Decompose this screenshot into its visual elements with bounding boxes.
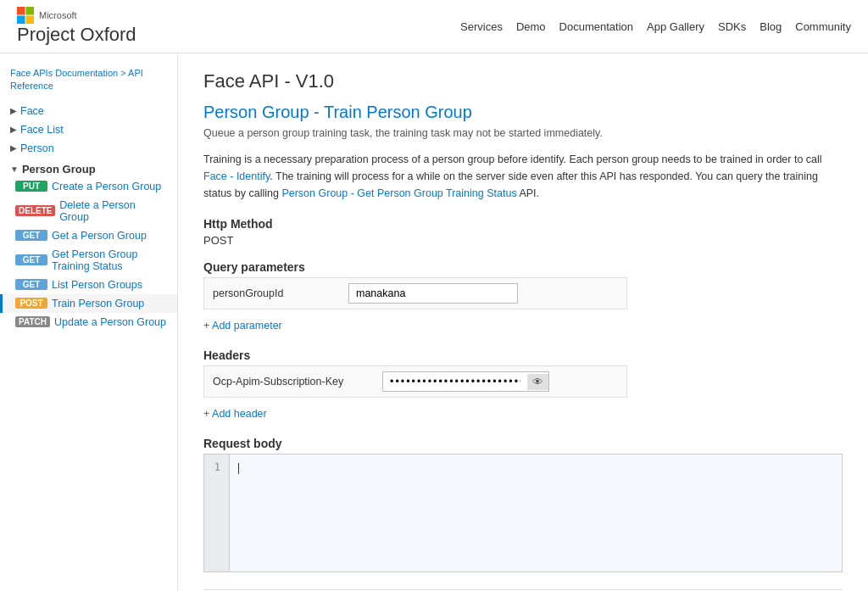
nav-services[interactable]: Services: [460, 20, 503, 33]
list-person-groups-label: List Person Groups: [52, 279, 142, 291]
header-name-label: Ocp-Apim-Subscription-Key: [213, 376, 382, 387]
patch-badge-update: PATCH: [15, 316, 50, 327]
headers-label: Headers: [203, 348, 843, 362]
person-arrow-icon: ▶: [10, 143, 17, 153]
description-text-1: Training is a necessary preparation proc…: [203, 153, 822, 165]
sidebar-breadcrumb: Face APIs Documentation > API Reference: [0, 62, 177, 102]
face-identify-link[interactable]: Face - Identify: [203, 170, 270, 182]
nav-community[interactable]: Community: [795, 20, 851, 33]
svg-rect-0: [17, 7, 25, 15]
sidebar-item-face[interactable]: ▶ Face: [0, 102, 177, 120]
sidebar-item-delete-person-group[interactable]: DELETE Delete a Person Group: [0, 196, 177, 226]
get-badge-training: GET: [15, 254, 47, 265]
put-badge-create: PUT: [15, 181, 47, 192]
sidebar-item-face-list-label: Face List: [20, 124, 64, 136]
person-group-arrow-icon: ▼: [10, 164, 19, 174]
microsoft-logo-icon: [17, 7, 34, 24]
sidebar-group-person-group[interactable]: ▼ Person Group: [0, 158, 177, 177]
description: Training is a necessary preparation proc…: [203, 151, 843, 202]
http-method-label: Http Method: [203, 217, 843, 231]
sidebar-item-get-person-group[interactable]: GET Get a Person Group: [0, 226, 177, 245]
sidebar-item-create-person-group[interactable]: PUT Create a Person Group: [0, 177, 177, 196]
sidebar-item-person-label: Person: [20, 142, 54, 154]
toggle-visibility-button[interactable]: 👁: [527, 374, 548, 390]
add-header-link[interactable]: + Add header: [203, 408, 267, 420]
ms-label: Microsoft: [39, 10, 77, 20]
http-method-value: POST: [203, 234, 843, 247]
face-arrow-icon: ▶: [10, 106, 17, 115]
delete-person-group-label: Delete a Person Group: [59, 199, 167, 223]
layout: Face APIs Documentation > API Reference …: [0, 53, 868, 591]
sidebar-item-get-training-status[interactable]: GET Get Person Group Training Status: [0, 245, 177, 276]
code-area[interactable]: [230, 454, 842, 571]
topbar: Microsoft Project Oxford Services Demo D…: [0, 0, 868, 53]
main-content: Face API - V1.0 Person Group - Train Per…: [178, 53, 868, 591]
nav-demo[interactable]: Demo: [516, 20, 546, 33]
create-person-group-label: Create a Person Group: [52, 181, 161, 192]
headers-section: Headers Ocp-Apim-Subscription-Key 👁 + Ad…: [203, 348, 843, 420]
post-badge-train: POST: [15, 298, 47, 309]
code-editor: 1: [203, 454, 843, 572]
get-badge-get: GET: [15, 230, 47, 241]
sidebar-group-person-group-label: Person Group: [22, 163, 96, 176]
svg-rect-2: [17, 16, 25, 25]
sidebar-item-face-list[interactable]: ▶ Face List: [0, 120, 177, 139]
get-training-status-label: Get Person Group Training Status: [52, 248, 167, 272]
nav-documentation[interactable]: Documentation: [559, 20, 633, 33]
update-person-group-label: Update a Person Group: [54, 316, 166, 328]
request-body-section: Request body 1: [203, 437, 843, 572]
request-body-label: Request body: [203, 437, 843, 450]
sidebar: Face APIs Documentation > API Reference …: [0, 53, 178, 591]
sidebar-item-list-person-groups[interactable]: GET List Person Groups: [0, 276, 177, 294]
nav-blog[interactable]: Blog: [760, 20, 782, 33]
logo-top: Microsoft: [17, 7, 136, 24]
line-number-1: 1: [213, 461, 220, 473]
description-text-3: API.: [517, 187, 539, 199]
delete-badge: DELETE: [15, 205, 55, 216]
section-title: Person Group - Train Person Group: [203, 103, 843, 122]
query-params-label: Query parameters: [203, 260, 843, 274]
query-params-section: Query parameters personGroupId + Add par…: [203, 260, 843, 332]
face-list-arrow-icon: ▶: [10, 125, 17, 134]
get-person-group-label: Get a Person Group: [52, 230, 147, 242]
cursor: [238, 463, 239, 474]
header-value-input[interactable]: [383, 372, 527, 391]
sidebar-item-update-person-group[interactable]: PATCH Update a Person Group: [0, 313, 177, 332]
sidebar-item-train-person-group[interactable]: POST Train Person Group: [0, 294, 177, 313]
project-title: Project Oxford: [17, 24, 136, 46]
param-name-label: personGroupId: [213, 287, 348, 299]
add-parameter-link[interactable]: + Add parameter: [203, 320, 282, 332]
page-title: Face API - V1.0: [203, 70, 843, 92]
sidebar-item-face-label: Face: [20, 105, 44, 117]
line-numbers: 1: [204, 454, 230, 571]
logo-area: Microsoft Project Oxford: [17, 7, 136, 46]
nav-sdks[interactable]: SDKs: [718, 20, 746, 33]
get-badge-list: GET: [15, 279, 47, 290]
training-status-link[interactable]: Person Group - Get Person Group Training…: [281, 187, 516, 199]
train-person-group-label: Train Person Group: [52, 298, 144, 309]
sidebar-item-person[interactable]: ▶ Person: [0, 139, 177, 158]
header-row-subscription-key: Ocp-Apim-Subscription-Key 👁: [203, 365, 627, 398]
param-value-input[interactable]: [348, 283, 518, 304]
subtitle: Queue a person group training task, the …: [203, 127, 843, 139]
param-row-person-group-id: personGroupId: [203, 277, 627, 309]
svg-rect-1: [26, 7, 35, 15]
top-nav: Services Demo Documentation App Gallery …: [460, 20, 851, 33]
header-input-wrap: 👁: [382, 371, 549, 392]
nav-app-gallery[interactable]: App Gallery: [647, 20, 704, 33]
svg-rect-3: [26, 16, 35, 25]
